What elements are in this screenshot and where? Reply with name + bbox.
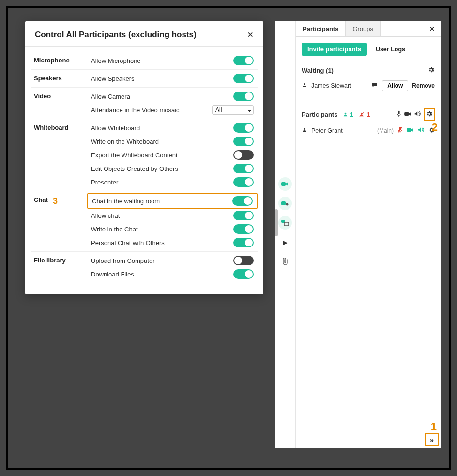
row-edit-others: Edit Objects Created by Others <box>91 165 178 172</box>
toggle-allow-whiteboard[interactable] <box>233 123 254 133</box>
participant-name: Peter Grant <box>311 127 373 134</box>
svg-point-5 <box>304 83 305 85</box>
camera-user-icon[interactable] <box>278 177 292 191</box>
section-whiteboard: Whiteboard <box>31 121 87 189</box>
participants-heading: Participants <box>302 111 337 118</box>
row-chat-waiting: Chat in the waiting room <box>92 198 160 205</box>
svg-rect-10 <box>404 112 409 116</box>
toggle-allow-speakers[interactable] <box>233 74 254 83</box>
svg-point-11 <box>304 128 305 130</box>
remove-link[interactable]: Remove <box>412 82 435 89</box>
svg-point-2 <box>286 203 288 206</box>
panel-close-icon[interactable]: ✕ <box>424 21 441 36</box>
row-presenter: Presenter <box>91 179 118 186</box>
user-logs-link[interactable]: User Logs <box>376 46 405 53</box>
section-filelib: File library <box>31 254 87 281</box>
toggle-allow-microphone[interactable] <box>233 56 254 65</box>
collapse-panel-icon[interactable]: » <box>425 433 439 446</box>
mic-muted-icon[interactable] <box>397 126 403 135</box>
toggle-presenter[interactable] <box>233 177 254 187</box>
toggle-write-whiteboard[interactable] <box>233 137 254 146</box>
svg-rect-1 <box>281 201 286 205</box>
cam-on-icon[interactable] <box>407 127 414 134</box>
present-count: 1 <box>350 111 353 118</box>
speaker-on-icon[interactable] <box>418 127 425 134</box>
chat-icon[interactable] <box>371 82 378 90</box>
row-attendance-mosaic: Attendance in the Video mosaic <box>91 107 180 114</box>
user-icon <box>302 127 307 134</box>
tab-groups[interactable]: Groups <box>346 21 381 36</box>
speaker-all-icon[interactable] <box>414 111 421 118</box>
rail-scrollbar[interactable] <box>275 209 278 236</box>
toggle-export-whiteboard[interactable] <box>233 150 254 160</box>
tool-rail: ▶ <box>275 21 295 448</box>
svg-rect-0 <box>281 182 286 186</box>
row-write-chat: Write in the Chat <box>91 226 138 233</box>
close-icon[interactable]: ✕ <box>247 31 254 39</box>
annotation-2: 2 <box>432 121 438 134</box>
toggle-edit-others[interactable] <box>233 164 254 173</box>
section-speakers: Speakers <box>31 72 87 85</box>
row-upload: Upload from Computer <box>91 257 155 264</box>
svg-rect-14 <box>407 128 411 132</box>
section-video: Video <box>31 90 87 117</box>
row-allow-speakers: Allow Speakers <box>91 75 135 82</box>
user-icon <box>302 82 307 90</box>
row-allow-whiteboard: Allow Whiteboard <box>91 124 140 132</box>
participants-settings-icon[interactable] <box>424 108 435 121</box>
user-present-icon <box>343 111 350 118</box>
row-allow-camera: Allow Camera <box>91 93 130 100</box>
row-write-whiteboard: Write on the Whiteboard <box>91 138 159 145</box>
svg-rect-4 <box>284 222 289 226</box>
toggle-personal-chat[interactable] <box>233 238 254 247</box>
section-chat: Chat <box>34 196 48 203</box>
waiting-settings-icon[interactable] <box>428 66 435 75</box>
row-allow-microphone: Allow Microphone <box>91 57 141 64</box>
invite-participants-button[interactable]: Invite participants <box>302 43 367 56</box>
toggle-allow-chat[interactable] <box>233 211 254 220</box>
modal-title: Control All Participants (excluding host… <box>35 30 197 40</box>
participants-panel: Participants Groups ✕ Invite participant… <box>295 21 441 448</box>
section-microphone: Microphone <box>31 54 87 67</box>
svg-rect-9 <box>398 111 399 114</box>
cam-all-icon[interactable] <box>404 111 411 118</box>
user-absent-icon <box>359 111 367 118</box>
allow-button[interactable]: Allow <box>382 80 408 91</box>
camera-screen-icon[interactable] <box>278 216 292 230</box>
select-mosaic[interactable]: All <box>212 105 254 115</box>
tab-participants[interactable]: Participants <box>296 21 346 36</box>
mic-all-icon[interactable] <box>396 110 401 119</box>
waiting-user-name: James Stewart <box>311 82 367 89</box>
toggle-write-chat[interactable] <box>233 224 254 234</box>
toggle-upload[interactable] <box>233 256 254 265</box>
row-personal-chat: Personal Chat with Others <box>91 239 165 246</box>
row-export-whiteboard: Export the Whiteboard Content <box>91 152 178 159</box>
row-allow-chat: Allow chat <box>91 212 120 219</box>
absent-count: 1 <box>367 111 370 118</box>
toggle-allow-camera[interactable] <box>233 92 254 101</box>
play-icon[interactable]: ▶ <box>278 235 292 249</box>
annotation-3: 3 <box>53 196 58 206</box>
control-participants-modal: Control All Participants (excluding host… <box>25 21 263 294</box>
toggle-download[interactable] <box>233 269 254 279</box>
waiting-heading: Waiting (1) <box>302 67 334 74</box>
toggle-chat-waiting[interactable] <box>232 196 253 206</box>
annotation-1: 1 <box>431 420 437 433</box>
participant-room: (Main) <box>377 127 394 134</box>
attachment-icon[interactable] <box>278 255 292 268</box>
row-download: Download Files <box>91 271 134 278</box>
svg-point-6 <box>345 113 347 115</box>
camera-group-icon[interactable] <box>278 197 292 210</box>
